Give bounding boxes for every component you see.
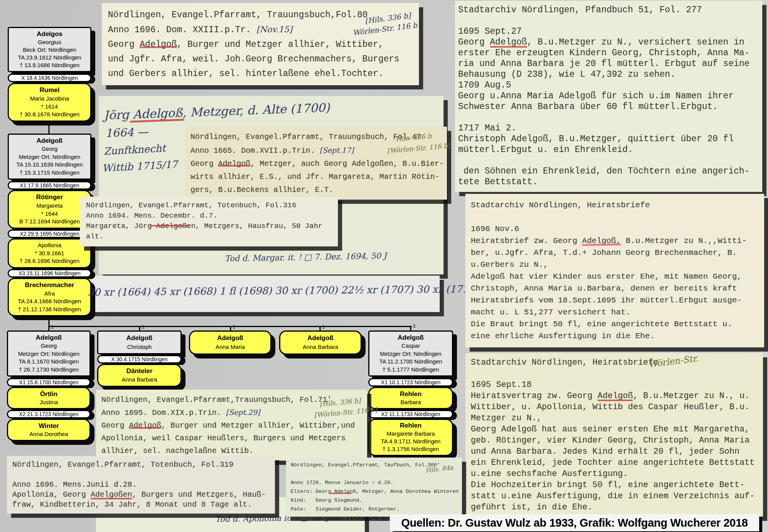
doc-heiratsbriefe-1696: Stadtarchiv Nördlingen, Heiratsbriefe 16…	[465, 194, 764, 347]
surname: Adelgoß	[10, 137, 89, 145]
person-line: Christoph	[100, 344, 179, 350]
doc-line	[12, 470, 270, 480]
doc-line: den Söhnen ein Ehrenkleid, den Töchtern …	[458, 166, 759, 177]
doc-line: Metzger zu N.,	[471, 413, 758, 424]
surname: Adelgoß	[10, 334, 88, 342]
birth-order-number: 3	[413, 324, 415, 329]
doc-line: Wittiber, u. Apollonia, Wittib des Caspa…	[471, 401, 758, 413]
doc-line: Stadtarchiv Nördlingen, Heiratsbriefe	[471, 357, 758, 368]
person-line: † 13.9.1686 Nördlingen	[10, 62, 89, 69]
birth-order-number: 1	[322, 324, 325, 330]
surname: Brechenmacher	[10, 282, 89, 289]
person-line: Maria Jacobina	[10, 96, 89, 102]
doc-line: Schwester Anna Barbara über 60 fl mütter…	[458, 101, 759, 112]
doc-line: und Anna Barbara. Jedes Kind erhält 20 f…	[471, 446, 758, 457]
doc-line: ein Ehrenkleid, jede Tochter aine angeri…	[471, 457, 758, 468]
person-box-child-caspar: Adelgoß Caspar Metzger Ort: Nördlingen T…	[368, 330, 453, 377]
person-box-daenteler: Dänteler Anna Barbara	[97, 364, 182, 387]
doc-line: ber, u.Jgfr. Afra, T.d.+ Johann Georg Br…	[471, 247, 759, 259]
doc-line: und Gerbers allhier, sel. hinterlaßene e…	[108, 66, 413, 81]
person-line: Apollonia	[10, 242, 89, 249]
birth-order-number: 1	[142, 324, 144, 330]
person-line: Barbara	[371, 399, 450, 406]
person-line: TA 4.9.1711 Nördlingen	[371, 438, 450, 445]
person-box-anna-barbara: Adelgoß Anna Barbara	[279, 330, 362, 355]
doc-line: Heiratsbriefs vom 18.Sept.1695 ihr mütte…	[471, 294, 759, 306]
person-line: Anna Barbara	[100, 377, 179, 383]
surname: Rumel	[10, 87, 89, 94]
person-box-apollonia: Apollonia * 30.9.1661 † 28.6.1696 Nördli…	[8, 238, 91, 268]
person-line: Georg	[10, 343, 88, 349]
doc-line	[471, 211, 759, 223]
doc-line: geb. Rötinger, vier Kinder Georg, Christ…	[471, 435, 758, 446]
doc-line: tete Bettstatt.	[458, 177, 759, 187]
doc-line: Eltern: Georg Adelgoß, Metzger, Anna Dor…	[291, 487, 457, 496]
person-line: Justina	[10, 399, 88, 406]
person-box-winter: Winter Anna Dorothea	[7, 419, 91, 441]
hand-date: [Sept.29]	[226, 408, 260, 416]
hand-date: [Nov.15]	[256, 25, 292, 34]
hand-note: 1664 —	[105, 125, 148, 140]
person-line: Anna Maria	[192, 344, 269, 350]
marriage-pill-1695: X2 29.9.1695 Nördlingen	[8, 230, 91, 238]
tree-connector	[48, 316, 50, 331]
person-line: TA 8.1.1670 Nördlingen	[10, 359, 88, 365]
person-line: Margareta	[10, 203, 89, 209]
person-box-rumel: Rumel Maria Jacobina * 1614 † 30.8.1678 …	[8, 83, 91, 122]
person-line: Caspar	[371, 343, 450, 349]
person-box-anna-maria: Adelgoß Anna Maria	[189, 330, 271, 355]
doc-line: Die Braut bringt 50 fl, eine angerichtet…	[471, 318, 759, 330]
surname: Rehlen	[371, 422, 450, 430]
surname: Adelgos	[10, 31, 89, 38]
person-line: Georg	[10, 146, 89, 152]
doc-line-typed: Anno 1696. Dom. XXIII.p.Tr.	[108, 25, 256, 35]
doc-line: Die Hochzeiterin bringt 50 fl, eine ange…	[471, 479, 758, 491]
doc-line: 1695 Sept.27	[458, 26, 759, 37]
doc-line: Margareta, Jörg Adelgoßen, Metzgers, Hau…	[86, 221, 332, 231]
doc-line: Georg Adelgoß, Burger und Metzger allhie…	[101, 419, 362, 432]
person-line: TA 15.10.1639 Nördlingen	[10, 162, 89, 168]
person-line: Metzger Ort: Nördlingen	[10, 351, 88, 357]
doc-line: Georg Adelgoß, Burger und Metzger allhie…	[108, 37, 413, 52]
person-line: † 1.3.1756 Nördlingen	[371, 446, 450, 453]
surname: Rötinger	[10, 194, 89, 201]
surname: Rehlen	[371, 391, 450, 398]
doc-line: und Jgfr. Afra, weil. Joh.Georg Brechenm…	[108, 52, 413, 66]
person-line: † 26.7.1730 Nördlingen	[10, 367, 88, 373]
red-underline	[129, 427, 161, 429]
hand-date: [Sept.17]	[319, 146, 354, 154]
red-underline	[218, 165, 250, 167]
doc-line: Anno 1694. Mens. Decembr. d.7.	[86, 211, 332, 221]
marriage-pill-1723b: X1 10.1.1723 Nördlingen	[368, 378, 453, 387]
doc-line	[458, 15, 759, 26]
doc-line	[471, 368, 758, 379]
doc-line: mütterl.Erbgut u. ein Ehrenkleid.	[458, 144, 759, 155]
red-underline	[150, 225, 189, 226]
doc-line: Nördlingen, Evangel.Pfarramt, Totenbuch,…	[12, 460, 270, 470]
doc-line: statt u.eine Ausfertigung, die in einem …	[471, 491, 758, 502]
doc-heiratsbriefe-1695: Stadtarchiv Nördlingen, Heiratsbriefe 16…	[465, 353, 763, 517]
doc-line: u.Gerbers zu N.,	[471, 259, 759, 271]
doc-line: Georg u.Anna Maria Adelgoß für sich u.im…	[458, 91, 759, 101]
person-line: Georgius	[10, 39, 89, 46]
person-line: * 1614	[10, 104, 89, 110]
doc-line: eine ehrliche Ausfertigung in die Ehe.	[471, 330, 759, 342]
doc-line: Adelgoß hat vier Kinder aus erster Ehe, …	[471, 271, 759, 283]
surname: Adelgoß	[282, 335, 359, 342]
marriage-pill-1700: X1 15.8.1700 Nördlingen	[7, 378, 91, 387]
doc-line-typed: Anno 1665. Dom.XVII.p.Trin.	[190, 146, 319, 155]
doc-line: Stadtarchiv Nördlingen, Heiratsbriefe	[471, 199, 759, 211]
red-underline	[91, 498, 132, 499]
person-line: † 5.1.1777 Nördlingen	[371, 367, 450, 373]
person-line: † 15.3.1715 Nördlingen	[10, 170, 89, 176]
credit-bar: Quellen: Dr. Gustav Wulz ab 1933, Grafik…	[390, 514, 759, 531]
surname: Winter	[10, 423, 88, 430]
doc-line: Anno 1726. Mense Januario ☉ d.20.	[291, 478, 457, 487]
doc-line: 1695 Sept.18	[471, 379, 758, 390]
person-box-oertlin: Örtlin Justina	[7, 387, 91, 409]
doc-totenbuch-fol319: Nördlingen, Evangel.Pfarramt, Totenbuch,…	[7, 456, 275, 514]
doc-totenbuch-fol316: Nördlingen, Evangel.Pfarramt, Totenbuch,…	[80, 197, 338, 246]
doc-line: Stadtarchiv Nördlingen, Pfandbuch 51, Fo…	[458, 5, 759, 15]
person-box-child-georg: Adelgoß Georg Metzger Ort: Nördlingen TA…	[7, 330, 91, 377]
person-line: * 30.9.1661	[10, 250, 89, 257]
